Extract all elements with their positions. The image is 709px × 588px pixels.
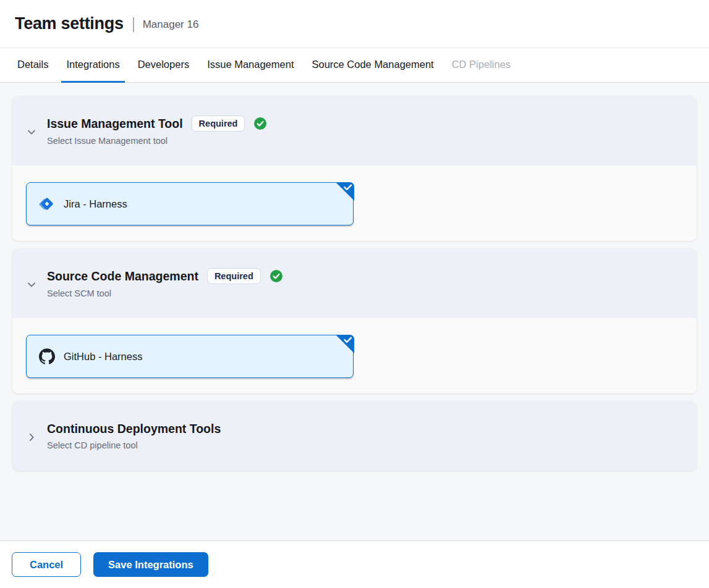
tab-cd-pipelines: CD Pipelines: [447, 48, 516, 83]
required-badge: Required: [192, 116, 245, 132]
section-cd-tools-header[interactable]: Continuous Deployment Tools Select CD pi…: [12, 401, 697, 471]
tool-label: Jira - Harness: [64, 198, 127, 210]
check-circle-icon: [253, 117, 267, 130]
tool-label: GitHub - Harness: [64, 351, 142, 363]
section-header-text: Source Code Management Required Select S…: [47, 268, 283, 298]
section-header-text: Continuous Deployment Tools Select CD pi…: [47, 422, 221, 450]
section-subtitle: Select Issue Management tool: [47, 136, 267, 146]
section-cd-tools: Continuous Deployment Tools Select CD pi…: [12, 401, 697, 471]
section-title: Source Code Management: [47, 269, 198, 284]
section-title: Issue Management Tool: [47, 117, 183, 131]
selected-check-icon: [336, 182, 354, 201]
check-circle-icon: [270, 269, 283, 283]
required-badge: Required: [207, 268, 261, 284]
section-issue-management: Issue Management Tool Required Select Is…: [12, 96, 697, 241]
cancel-button[interactable]: Cancel: [12, 552, 81, 577]
section-subtitle: Select CD pipeline tool: [47, 440, 221, 450]
tab-bar: Details Integrations Developers Issue Ma…: [0, 48, 709, 83]
page-header: Team settings Manager 16: [0, 0, 709, 48]
section-source-code-management: Source Code Management Required Select S…: [12, 248, 697, 393]
tab-integrations[interactable]: Integrations: [61, 48, 124, 83]
section-header-text: Issue Management Tool Required Select Is…: [47, 116, 267, 146]
section-issue-management-header[interactable]: Issue Management Tool Required Select Is…: [12, 96, 697, 166]
section-source-code-management-body: GitHub - Harness: [12, 318, 697, 393]
tab-source-code-management[interactable]: Source Code Management: [307, 48, 438, 83]
section-title: Continuous Deployment Tools: [47, 422, 221, 436]
tool-card-github-harness[interactable]: GitHub - Harness: [26, 335, 354, 378]
selected-check-icon: [336, 335, 354, 353]
tab-developers[interactable]: Developers: [133, 48, 194, 83]
chevron-down-icon[interactable]: [26, 279, 37, 290]
page-title: Team settings: [15, 14, 124, 33]
chevron-right-icon[interactable]: [26, 432, 37, 443]
team-settings-page: Team settings Manager 16 Details Integra…: [0, 0, 709, 588]
section-source-code-management-header[interactable]: Source Code Management Required Select S…: [12, 248, 697, 318]
section-subtitle: Select SCM tool: [47, 288, 283, 298]
save-integrations-button[interactable]: Save Integrations: [93, 552, 208, 577]
tool-card-jira-harness[interactable]: Jira - Harness: [26, 182, 354, 225]
section-issue-management-body: Jira - Harness: [12, 166, 697, 241]
github-icon: [39, 348, 55, 364]
tab-details[interactable]: Details: [12, 48, 53, 83]
action-footer: Cancel Save Integrations: [0, 540, 709, 588]
integrations-content: Issue Management Tool Required Select Is…: [0, 83, 709, 540]
jira-icon: [39, 196, 55, 212]
tab-issue-management[interactable]: Issue Management: [202, 48, 299, 83]
team-name-label: Manager 16: [143, 19, 199, 31]
chevron-down-icon[interactable]: [26, 127, 37, 138]
title-separator: [133, 17, 134, 32]
